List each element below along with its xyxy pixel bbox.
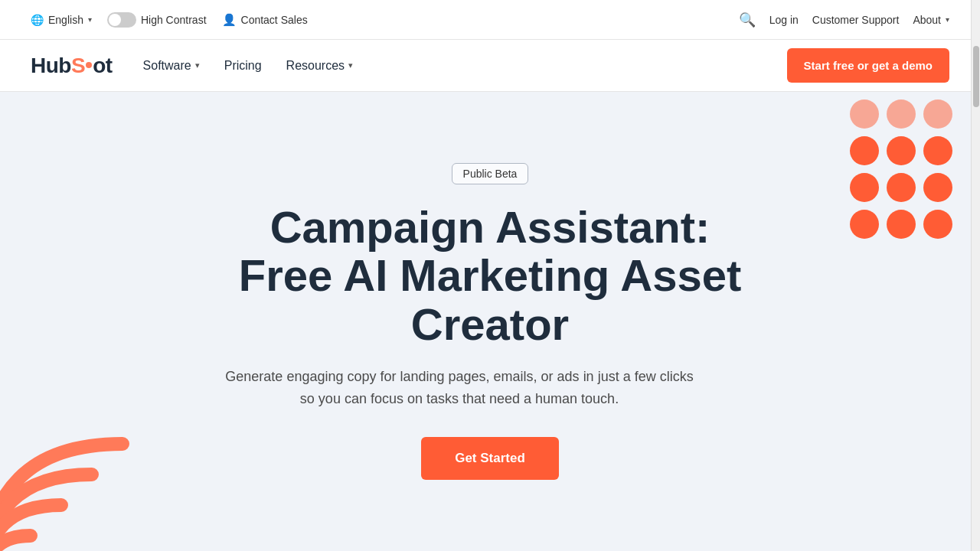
search-icon[interactable]: 🔍	[739, 11, 756, 28]
cta-button[interactable]: Start free or get a demo	[787, 48, 949, 83]
about-label: About	[913, 14, 941, 26]
dot	[923, 99, 952, 129]
resources-chevron: ▾	[348, 60, 353, 70]
language-chevron: ▾	[88, 15, 92, 24]
hero-content: Public Beta Campaign Assistant: Free AI …	[222, 163, 758, 481]
dot	[923, 210, 952, 239]
resources-label: Resources	[286, 59, 345, 73]
dot	[887, 136, 916, 165]
login-link[interactable]: Log in	[769, 14, 799, 26]
dot	[923, 173, 952, 202]
language-selector[interactable]: 🌐 English ▾	[31, 14, 92, 26]
public-beta-badge: Public Beta	[452, 163, 529, 184]
pricing-nav-link[interactable]: Pricing	[224, 59, 262, 73]
dot	[850, 210, 879, 239]
contact-sales-label: Contact Sales	[241, 14, 308, 26]
toggle-switch[interactable]	[107, 12, 136, 28]
software-label: Software	[143, 59, 191, 73]
main-nav: HubSot Software ▾ Pricing Resources ▾ St…	[0, 40, 980, 92]
dot	[923, 136, 952, 165]
contact-sales-link[interactable]: 👤 Contact Sales	[222, 13, 308, 27]
dot-grid-decoration	[850, 99, 957, 243]
hubspot-logo[interactable]: HubSot	[31, 54, 113, 78]
hero-section: Public Beta Campaign Assistant: Free AI …	[0, 92, 980, 551]
logo-text: HubSot	[31, 54, 113, 78]
nav-right: Start free or get a demo	[787, 48, 949, 83]
top-bar: 🌐 English ▾ High Contrast 👤 Contact Sale…	[0, 0, 980, 40]
dot	[887, 99, 916, 129]
hero-subtitle: Generate engaging copy for landing pages…	[222, 366, 697, 410]
high-contrast-label: High Contrast	[141, 14, 207, 26]
language-label: English	[48, 14, 83, 26]
globe-icon: 🌐	[31, 14, 44, 26]
dot	[850, 173, 879, 202]
top-bar-right: 🔍 Log in Customer Support About ▾	[739, 11, 949, 28]
person-icon: 👤	[222, 13, 237, 27]
scrollbar[interactable]	[971, 0, 980, 551]
software-nav-link[interactable]: Software ▾	[143, 59, 200, 73]
dot	[887, 173, 916, 202]
software-chevron: ▾	[195, 60, 200, 70]
dot	[850, 136, 879, 165]
pricing-label: Pricing	[224, 59, 262, 73]
scrollbar-thumb[interactable]	[973, 46, 979, 107]
top-bar-left: 🌐 English ▾ High Contrast 👤 Contact Sale…	[31, 12, 308, 28]
nav-left: HubSot Software ▾ Pricing Resources ▾	[31, 54, 353, 78]
about-menu[interactable]: About ▾	[913, 14, 949, 26]
get-started-button[interactable]: Get Started	[421, 437, 559, 480]
customer-support-link[interactable]: Customer Support	[812, 14, 900, 26]
resources-nav-link[interactable]: Resources ▾	[286, 59, 353, 73]
nav-links: Software ▾ Pricing Resources ▾	[143, 59, 354, 73]
about-chevron: ▾	[946, 15, 949, 24]
dot	[850, 99, 879, 129]
hero-title: Campaign Assistant: Free AI Marketing As…	[222, 203, 758, 349]
high-contrast-toggle[interactable]: High Contrast	[107, 12, 207, 28]
dot	[887, 210, 916, 239]
arc-decoration	[0, 413, 138, 551]
